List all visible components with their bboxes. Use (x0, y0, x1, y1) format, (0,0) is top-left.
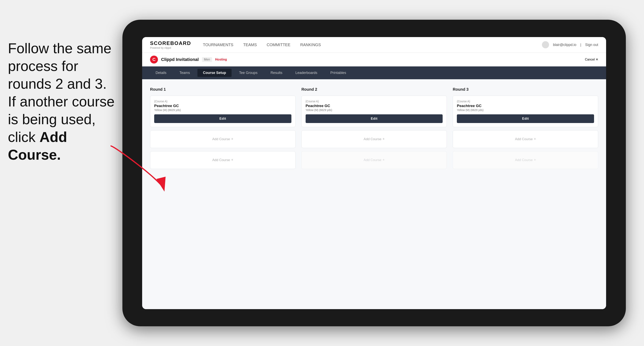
round-1-add-course-2-label: Add Course (212, 158, 230, 162)
main-content: Round 1 (Course A) Peachtree GC Yellow (… (142, 79, 606, 309)
round-3-course-label: (Course A) (457, 100, 594, 103)
cancel-icon[interactable]: ✕ (596, 58, 598, 61)
round-2-add-course-2: Add Course + (302, 151, 447, 169)
round-3-add-course-1[interactable]: Add Course + (453, 130, 598, 148)
round-2-column: Round 2 (Course A) Peachtree GC Yellow (… (302, 87, 447, 301)
round-3-add-course-2-label: Add Course (515, 158, 533, 162)
nav-tournaments[interactable]: TOURNAMENTS (203, 43, 233, 47)
round-2-add-course-1-plus: + (382, 137, 385, 141)
sub-header-left: C Clippd Invitational Men Hosting (150, 56, 227, 63)
sign-out-link[interactable]: Sign out (585, 43, 598, 47)
tabs-bar: Details Teams Course Setup Tee Groups Re… (142, 66, 606, 79)
tab-tee-groups[interactable]: Tee Groups (234, 69, 263, 77)
nav-separator: | (580, 43, 581, 47)
round-1-course-details: Yellow (M) (6629 yds) (154, 108, 292, 112)
cancel-label[interactable]: Cancel (585, 58, 595, 61)
gender-badge: Men (202, 57, 212, 62)
tab-course-setup[interactable]: Course Setup (198, 69, 232, 77)
scoreboard-logo: SCOREBOARD (150, 40, 191, 46)
clippd-logo: C (150, 56, 158, 63)
round-1-title: Round 1 (150, 87, 296, 92)
round-1-course-name: Peachtree GC (154, 104, 292, 108)
user-avatar (542, 41, 549, 48)
tab-printables[interactable]: Printables (325, 69, 352, 77)
page-wrapper: Follow the same process for rounds 2 and… (0, 0, 644, 346)
round-2-add-course-2-plus: + (382, 158, 385, 162)
round-2-edit-button[interactable]: Edit (306, 114, 443, 123)
round-1-course-card: (Course A) Peachtree GC Yellow (M) (6629… (150, 96, 296, 127)
annotation-text: Follow the same process for rounds 2 and… (8, 39, 122, 164)
tournament-name: Clippd Invitational (161, 57, 199, 62)
round-3-edit-button[interactable]: Edit (457, 114, 594, 123)
nav-links: TOURNAMENTS TEAMS COMMITTEE RANKINGS (203, 43, 542, 47)
round-3-add-course-1-plus: + (534, 137, 536, 141)
round-1-edit-button[interactable]: Edit (154, 114, 292, 123)
round-3-title: Round 3 (453, 87, 598, 92)
round-1-add-course-1[interactable]: Add Course + (150, 130, 296, 148)
round-2-add-course-1[interactable]: Add Course + (302, 130, 447, 148)
logo-area: SCOREBOARD Powered by clippd (150, 40, 191, 49)
round-2-course-label: (Course A) (306, 100, 443, 103)
nav-committee[interactable]: COMMITTEE (267, 43, 290, 47)
logo-subtitle: Powered by clippd (150, 46, 191, 49)
round-1-course-card-wrapper: (Course A) Peachtree GC Yellow (M) (6629… (150, 96, 296, 127)
cancel-area[interactable]: Cancel ✕ (585, 58, 598, 61)
tab-results[interactable]: Results (265, 69, 288, 77)
round-2-course-details: Yellow (M) (6629 yds) (306, 108, 443, 112)
round-2-add-course-2-label: Add Course (364, 158, 382, 162)
nav-teams[interactable]: TEAMS (243, 43, 257, 47)
top-nav: SCOREBOARD Powered by clippd TOURNAMENTS… (142, 37, 606, 53)
rounds-grid: Round 1 (Course A) Peachtree GC Yellow (… (150, 87, 598, 301)
round-2-course-name: Peachtree GC (306, 104, 443, 108)
tab-leaderboards[interactable]: Leaderboards (290, 69, 323, 77)
tab-details[interactable]: Details (150, 69, 172, 77)
tablet-device: SCOREBOARD Powered by clippd TOURNAMENTS… (122, 20, 626, 326)
round-3-course-card-wrapper: (Course A) Peachtree GC Yellow (M) (6629… (453, 96, 598, 127)
tab-teams[interactable]: Teams (174, 69, 196, 77)
round-1-add-course-2[interactable]: Add Course + (150, 151, 296, 169)
round-3-course-card: (Course A) Peachtree GC Yellow (M) (6629… (453, 96, 598, 127)
round-3-add-course-1-label: Add Course (515, 137, 533, 141)
hosting-badge: Hosting (215, 58, 227, 61)
nav-right: blair@clippd.io | Sign out (542, 41, 598, 48)
round-1-add-course-2-plus: + (231, 158, 233, 162)
nav-rankings[interactable]: RANKINGS (300, 43, 321, 47)
round-2-title: Round 2 (302, 87, 447, 92)
round-3-course-name: Peachtree GC (457, 104, 594, 108)
round-2-course-card: (Course A) Peachtree GC Yellow (M) (6629… (302, 96, 447, 127)
round-3-column: Round 3 (Course A) Peachtree GC Yellow (… (453, 87, 598, 301)
round-2-course-card-wrapper: (Course A) Peachtree GC Yellow (M) (6629… (302, 96, 447, 127)
round-1-column: Round 1 (Course A) Peachtree GC Yellow (… (150, 87, 296, 301)
round-1-course-label: (Course A) (154, 100, 292, 103)
user-email: blair@clippd.io (553, 43, 576, 47)
tablet-screen: SCOREBOARD Powered by clippd TOURNAMENTS… (142, 37, 606, 309)
round-2-add-course-1-label: Add Course (364, 137, 382, 141)
round-3-add-course-2-plus: + (534, 158, 536, 162)
round-3-add-course-2: Add Course + (453, 151, 598, 169)
sub-header: C Clippd Invitational Men Hosting Cancel… (142, 53, 606, 66)
round-3-course-details: Yellow (M) (6629 yds) (457, 108, 594, 112)
round-1-add-course-1-label: Add Course (212, 137, 230, 141)
round-1-add-course-1-plus: + (231, 137, 233, 141)
